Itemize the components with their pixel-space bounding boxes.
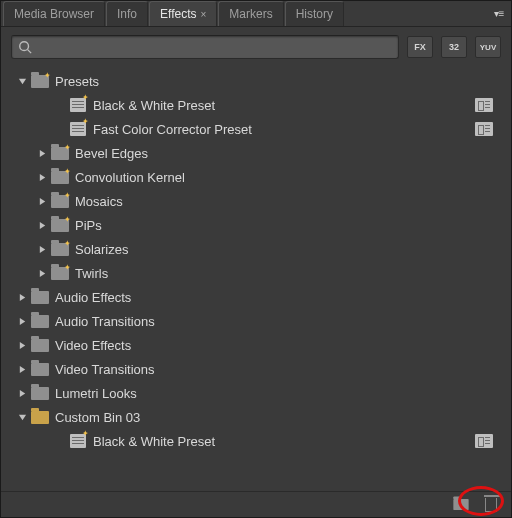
row-icon: [31, 409, 49, 425]
svg-marker-6: [39, 221, 44, 228]
tab-bar: Media Browser Info Effects× Markers Hist…: [1, 1, 511, 27]
row-icon: [51, 145, 69, 161]
folder-icon: [31, 387, 49, 400]
row-icon: [51, 193, 69, 209]
search-toolbar: FX 32 YUV: [1, 27, 511, 65]
folder-fx-icon: [51, 267, 69, 280]
accelerated-effects-button[interactable]: FX: [407, 36, 433, 58]
svg-marker-13: [19, 389, 24, 396]
row-icon: [69, 121, 87, 137]
search-field[interactable]: [11, 35, 399, 59]
panel-menu-button[interactable]: ▾≡: [487, 1, 511, 26]
tree-row[interactable]: Fast Color Corrector Preset: [3, 117, 509, 141]
disclosure-right-icon[interactable]: [37, 148, 47, 158]
row-label: Solarizes: [75, 242, 128, 257]
svg-marker-5: [39, 197, 44, 204]
row-label: Video Effects: [55, 338, 131, 353]
row-label: Audio Transitions: [55, 314, 155, 329]
search-input[interactable]: [36, 40, 392, 54]
disclosure-right-icon[interactable]: [37, 196, 47, 206]
svg-marker-8: [39, 269, 44, 276]
panel-footer: [1, 491, 511, 517]
row-label: Video Transitions: [55, 362, 155, 377]
row-icon: [31, 337, 49, 353]
disclosure-right-icon[interactable]: [17, 340, 27, 350]
row-icon: [51, 169, 69, 185]
row-icon: [51, 217, 69, 233]
tree-row[interactable]: PiPs: [3, 213, 509, 237]
preset-badge-icon: [475, 98, 493, 112]
tree-row[interactable]: Bevel Edges: [3, 141, 509, 165]
svg-marker-3: [39, 149, 44, 156]
tab-markers[interactable]: Markers: [218, 1, 283, 26]
preset-icon: [70, 98, 86, 112]
preset-icon: [70, 122, 86, 136]
effects-panel: Media Browser Info Effects× Markers Hist…: [0, 0, 512, 518]
tree-row[interactable]: Video Transitions: [3, 357, 509, 381]
folder-icon: [31, 291, 49, 304]
folder-icon: [453, 499, 468, 510]
tree-row[interactable]: Lumetri Looks: [3, 381, 509, 405]
tree-row[interactable]: Black & White Preset: [3, 93, 509, 117]
row-label: Black & White Preset: [93, 434, 215, 449]
row-label: Audio Effects: [55, 290, 131, 305]
tree-row[interactable]: Video Effects: [3, 333, 509, 357]
tab-effects[interactable]: Effects×: [149, 1, 217, 26]
disclosure-right-icon[interactable]: [37, 172, 47, 182]
effects-tree[interactable]: PresetsBlack & White PresetFast Color Co…: [1, 65, 511, 491]
folder-fx-icon: [31, 75, 49, 88]
tab-label: Info: [117, 7, 137, 21]
32bit-effects-button[interactable]: 32: [441, 36, 467, 58]
svg-point-0: [20, 42, 29, 51]
preset-icon: [70, 434, 86, 448]
close-icon[interactable]: ×: [201, 9, 207, 20]
tab-info[interactable]: Info: [106, 1, 148, 26]
disclosure-right-icon[interactable]: [17, 388, 27, 398]
row-icon: [69, 97, 87, 113]
row-label: Convolution Kernel: [75, 170, 185, 185]
row-icon: [31, 385, 49, 401]
tree-row[interactable]: Custom Bin 03: [3, 405, 509, 429]
tree-row[interactable]: Audio Effects: [3, 285, 509, 309]
tree-row[interactable]: Solarizes: [3, 237, 509, 261]
folder-icon: [31, 363, 49, 376]
row-icon: [51, 265, 69, 281]
tree-row[interactable]: Audio Transitions: [3, 309, 509, 333]
disclosure-down-icon[interactable]: [17, 76, 27, 86]
row-icon: [31, 73, 49, 89]
disclosure-right-icon[interactable]: [37, 244, 47, 254]
folder-fx-icon: [51, 195, 69, 208]
row-label: Bevel Edges: [75, 146, 148, 161]
tree-row[interactable]: Black & White Preset: [3, 429, 509, 453]
tree-row[interactable]: Presets: [3, 69, 509, 93]
svg-marker-14: [18, 414, 25, 419]
tree-row[interactable]: Mosaics: [3, 189, 509, 213]
row-icon: [31, 361, 49, 377]
row-icon: [31, 313, 49, 329]
svg-marker-9: [19, 293, 24, 300]
new-bin-button[interactable]: [451, 496, 471, 514]
svg-marker-12: [19, 365, 24, 372]
search-icon: [18, 40, 32, 54]
folder-fx-icon: [51, 171, 69, 184]
row-label: Black & White Preset: [93, 98, 215, 113]
tab-label: Media Browser: [14, 7, 94, 21]
tab-history[interactable]: History: [285, 1, 344, 26]
disclosure-right-icon[interactable]: [37, 220, 47, 230]
disclosure-right-icon[interactable]: [37, 268, 47, 278]
disclosure-right-icon[interactable]: [17, 292, 27, 302]
svg-marker-4: [39, 173, 44, 180]
tab-label: Markers: [229, 7, 272, 21]
disclosure-right-icon[interactable]: [17, 364, 27, 374]
folder-open-icon: [31, 411, 49, 424]
row-label: Lumetri Looks: [55, 386, 137, 401]
delete-button[interactable]: [481, 496, 501, 514]
tree-row[interactable]: Convolution Kernel: [3, 165, 509, 189]
disclosure-down-icon[interactable]: [17, 412, 27, 422]
yuv-effects-button[interactable]: YUV: [475, 36, 501, 58]
row-label: Custom Bin 03: [55, 410, 140, 425]
disclosure-right-icon[interactable]: [17, 316, 27, 326]
tree-row[interactable]: Twirls: [3, 261, 509, 285]
tab-media-browser[interactable]: Media Browser: [3, 1, 105, 26]
svg-marker-11: [19, 341, 24, 348]
